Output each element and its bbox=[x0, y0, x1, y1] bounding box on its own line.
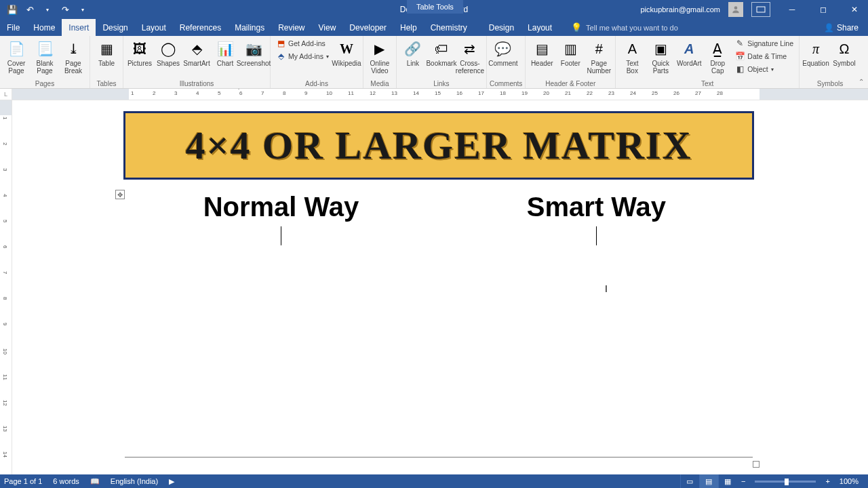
wordart-button[interactable]: AWordArt bbox=[675, 37, 703, 67]
column-left[interactable]: Normal Way bbox=[123, 185, 439, 252]
print-layout-button[interactable]: ▤ bbox=[699, 474, 718, 488]
chart-button[interactable]: 📊Chart bbox=[212, 37, 239, 67]
ruler-h-tick: 26 bbox=[673, 90, 679, 96]
symbol-button[interactable]: ΩSymbol bbox=[831, 37, 858, 67]
redo-icon[interactable]: ↷ bbox=[60, 4, 71, 15]
textbox-button[interactable]: ATextBox bbox=[618, 37, 646, 75]
page: ✥ 4×4 OR LARGER MATRIX Normal Way Smart … bbox=[123, 111, 754, 252]
zoom-thumb[interactable] bbox=[785, 479, 789, 485]
zoom-slider[interactable] bbox=[755, 481, 816, 483]
object-button[interactable]: ◧Object ▾ bbox=[732, 63, 796, 75]
dropcap-button[interactable]: A̲DropCap bbox=[704, 37, 731, 75]
date-time-button[interactable]: 📅Date & Time bbox=[732, 50, 796, 62]
qat-customize-icon[interactable]: ▾ bbox=[77, 4, 88, 15]
table-resize-handle[interactable] bbox=[753, 461, 760, 468]
status-words[interactable]: 6 words bbox=[53, 477, 79, 485]
get-addins-button[interactable]: ⬒Get Add-ins bbox=[273, 37, 332, 49]
read-mode-button[interactable]: ▭ bbox=[680, 474, 699, 488]
tab-design[interactable]: Design bbox=[96, 19, 134, 36]
tab-developer[interactable]: Developer bbox=[342, 19, 393, 36]
title-banner[interactable]: 4×4 OR LARGER MATRIX bbox=[123, 111, 754, 180]
chart-icon: 📊 bbox=[216, 39, 235, 59]
macro-icon[interactable]: ▶ bbox=[169, 477, 174, 486]
tell-me-search[interactable]: 💡 Tell me what you want to do bbox=[571, 19, 678, 36]
account-email[interactable]: pickupbrain@gmail.com bbox=[640, 5, 720, 14]
zoom-in-button[interactable]: + bbox=[821, 477, 833, 485]
pagenumber-button[interactable]: #PageNumber bbox=[585, 37, 612, 75]
chart-label: Chart bbox=[217, 60, 233, 67]
avatar-icon[interactable] bbox=[728, 2, 743, 17]
tab-table-layout[interactable]: Layout bbox=[521, 19, 559, 36]
tab-mailings[interactable]: Mailings bbox=[228, 19, 271, 36]
ruler-h-tick: 19 bbox=[521, 90, 528, 96]
dropcap-icon: A̲ bbox=[708, 39, 727, 59]
online-video-button[interactable]: ▶OnlineVideo bbox=[366, 37, 393, 75]
qat-dropdown-icon[interactable]: ▾ bbox=[42, 4, 53, 15]
tab-selector[interactable]: L bbox=[0, 89, 12, 100]
signature-line-button[interactable]: ✎Signature Line bbox=[732, 37, 796, 49]
minimize-button[interactable]: ─ bbox=[778, 0, 806, 19]
tab-file[interactable]: File bbox=[0, 19, 26, 36]
share-button[interactable]: 👤 Share bbox=[814, 19, 868, 36]
shapes-button[interactable]: ◯Shapes bbox=[155, 37, 182, 67]
ruler-h-tick: 10 bbox=[326, 90, 332, 96]
bookmark-button[interactable]: 🏷Bookmark bbox=[428, 37, 455, 67]
page-break-button[interactable]: ⤓PageBreak bbox=[60, 37, 87, 75]
tab-references[interactable]: References bbox=[173, 19, 228, 36]
text-cursor-icon: I bbox=[605, 283, 608, 294]
quickparts-icon: ▣ bbox=[651, 39, 670, 59]
save-icon[interactable]: 💾 bbox=[7, 4, 18, 15]
tab-table-design[interactable]: Design bbox=[482, 19, 521, 36]
table-move-handle[interactable]: ✥ bbox=[115, 190, 125, 199]
undo-icon[interactable]: ↶ bbox=[24, 4, 35, 15]
status-language[interactable]: English (India) bbox=[111, 477, 158, 485]
tab-help[interactable]: Help bbox=[393, 19, 424, 36]
status-bar: Page 1 of 1 6 words 📖 English (India) ▶ … bbox=[0, 474, 868, 488]
maximize-button[interactable]: ◻ bbox=[810, 0, 837, 19]
blank-page-button[interactable]: 📃BlankPage bbox=[31, 37, 58, 75]
spellcheck-icon[interactable]: 📖 bbox=[90, 477, 100, 486]
group-illustrations-label: Illustrations bbox=[126, 80, 267, 88]
smartart-button[interactable]: ⬘SmartArt bbox=[183, 37, 210, 67]
comment-button[interactable]: 💬Comment bbox=[490, 37, 517, 67]
web-layout-button[interactable]: ▦ bbox=[718, 474, 737, 488]
cover-page-button[interactable]: 📄CoverPage bbox=[3, 37, 30, 75]
status-page[interactable]: Page 1 of 1 bbox=[4, 477, 42, 485]
tab-chemistry[interactable]: Chemistry bbox=[424, 19, 474, 36]
zoom-out-button[interactable]: − bbox=[737, 477, 749, 485]
page-canvas[interactable]: ✥ 4×4 OR LARGER MATRIX Normal Way Smart … bbox=[12, 100, 868, 474]
right-caret bbox=[596, 226, 597, 245]
bookmark-icon: 🏷 bbox=[432, 39, 451, 59]
close-button[interactable]: ✕ bbox=[841, 0, 868, 19]
header-button[interactable]: ▤Header bbox=[528, 37, 555, 67]
collapse-ribbon-icon[interactable]: ⌃ bbox=[859, 78, 864, 85]
tab-home[interactable]: Home bbox=[26, 19, 62, 36]
group-symbols-label: Symbols bbox=[802, 80, 858, 88]
blank-page-icon: 📃 bbox=[35, 39, 54, 59]
my-addins-button[interactable]: ⬘My Add-ins ▾ bbox=[273, 50, 332, 62]
tab-layout[interactable]: Layout bbox=[135, 19, 173, 36]
quickparts-button[interactable]: ▣QuickParts bbox=[647, 37, 674, 75]
crossref-button[interactable]: ⇄Cross-reference bbox=[456, 37, 484, 75]
comment-label: Comment bbox=[488, 60, 517, 67]
tab-insert[interactable]: Insert bbox=[62, 19, 96, 36]
ribbon-display-icon[interactable] bbox=[751, 2, 770, 17]
group-tables-label: Tables bbox=[93, 80, 120, 88]
screenshot-icon: 📷 bbox=[244, 39, 263, 59]
footer-button[interactable]: ▥Footer bbox=[557, 37, 584, 67]
zoom-level[interactable]: 100% bbox=[834, 477, 864, 485]
table-button[interactable]: ▦Table bbox=[93, 37, 120, 67]
pictures-button[interactable]: 🖼Pictures bbox=[126, 37, 153, 67]
ruler-h-tick: 16 bbox=[456, 90, 462, 96]
equation-button[interactable]: πEquation bbox=[802, 37, 829, 67]
ruler-vertical[interactable]: 1234567891011121314 bbox=[0, 100, 12, 474]
column-right[interactable]: Smart Way I bbox=[439, 185, 754, 252]
screenshot-button[interactable]: 📷Screenshot bbox=[240, 37, 267, 67]
banner-text: 4×4 OR LARGER MATRIX bbox=[132, 123, 745, 168]
ruler-horizontal[interactable]: 1234567891011121314151617181920212223242… bbox=[12, 89, 868, 100]
wikipedia-button[interactable]: WWikipedia bbox=[333, 37, 360, 67]
tab-view[interactable]: View bbox=[312, 19, 343, 36]
link-button[interactable]: 🔗Link bbox=[399, 37, 427, 67]
ruler-h-tick: 21 bbox=[565, 90, 571, 96]
tab-review[interactable]: Review bbox=[271, 19, 311, 36]
